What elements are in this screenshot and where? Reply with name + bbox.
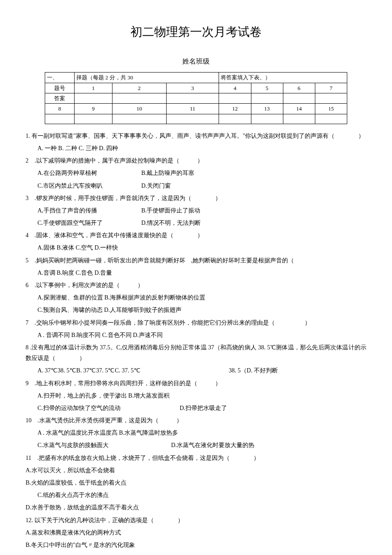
q2-c: C.市区内禁止汽车按喇叭 — [37, 180, 127, 191]
q11-d: D.水善于散热，故纸盒的温度不高于着火点 — [26, 502, 366, 513]
col-5: 5 — [251, 83, 283, 93]
q3-a: A,手挡住了声音的传播 — [37, 205, 127, 216]
col-1: 1 — [75, 83, 112, 93]
q9-d: D.扫帚把水吸走了 — [180, 405, 228, 411]
col-12: 12 — [219, 104, 251, 114]
ans-1 — [75, 93, 112, 103]
ans-4 — [219, 93, 251, 103]
col-9: 9 — [75, 104, 112, 114]
name-class-line: 姓名班级 — [26, 55, 366, 68]
ans-11 — [166, 114, 219, 124]
col-7: 7 — [315, 83, 347, 93]
q11-b: B.火焰的温度较低，低于纸盒的着火点 — [26, 477, 366, 488]
col-14: 14 — [283, 104, 315, 114]
q4-text: 4 .固体、液体和空气，声音在其中传播速度最快的是（ ） — [26, 230, 366, 241]
header-ans: 答案 — [45, 93, 75, 103]
q6-ab: A.探测潜艇、鱼群的位置 B.海豚根据声波的反射判断物体的位置 — [26, 292, 366, 303]
q10-c: C.水蒸气与皮肤的接触面大 — [37, 440, 157, 450]
q3-c: C.手使锣面跟空气隔开了 — [37, 218, 127, 228]
q1-text: 1. 有一副对联写道"家事、国事、天下事事事关心，风声、雨声、读书声声声入耳。"… — [26, 131, 366, 141]
q12-b: B.冬天口中呼出的"白气〃是水的汽化现象 — [26, 540, 366, 550]
q5-text: 5 .妈妈买碗时把两碗碰一碰，听听发出的声音就能判断好坏 ,她判断碗的好坏时主要… — [26, 255, 366, 266]
q3-b: B.手使锣面停止了振动 — [141, 207, 201, 214]
q11-a: A.水可以灭火，所以纸盒不会烧着 — [26, 465, 366, 476]
q9-ab: A.扫开时，地上的孔多，便于渗出 B.增大蒸发面积 — [26, 390, 366, 401]
q12-text: 12. 以下关于汽化的几种说法中，正确的选项是（ ） — [26, 515, 366, 526]
q3-text: 3 .锣发声的时候，用手按住锣面，声音就消失了，这是因为（ ） — [26, 193, 366, 203]
section-instruction-b: 将答案填入下表。） — [219, 73, 347, 83]
q11-text: 11 .把盛有水的纸盒放在火焰上烧，水烧开了，但纸盒不会烧着，这是因为（ ） — [26, 453, 366, 463]
section-instruction-a: 择题（每题 2 分，共 30 — [75, 73, 219, 83]
q5-opts: A.音调 B.响度 C.音色 D.音量 — [26, 267, 366, 278]
ans-13 — [251, 114, 283, 124]
ans-10 — [112, 114, 166, 124]
q1-opts: A. 一种 B. 二种 C. 三种 D. 四种 — [26, 143, 366, 154]
q9-text: 9 .地上有积水时，常用扫帚将水向四周扫开，这样做的目的是（ ） — [26, 378, 366, 389]
header-num: 题号 — [45, 83, 75, 93]
q2-d: D.关闭门窗 — [141, 183, 171, 189]
q4-opts: A.固体 B.液体 C.空气 D.一样快 — [26, 242, 366, 253]
ans-8 — [45, 114, 75, 124]
q2-a: A.在公路两旁种草植树 — [37, 168, 127, 178]
ans-2 — [112, 93, 166, 103]
col-8: 8 — [45, 104, 75, 114]
answer-table-section: 一、 择题（每题 2 分，共 30 将答案填入下表。） 题号 1 2 3 4 5… — [45, 72, 347, 124]
col-6: 6 — [283, 83, 315, 93]
q3-d: D.情况不明，无法判断 — [141, 220, 201, 226]
section-one-label: 一、 — [45, 73, 75, 83]
col-13: 13 — [251, 104, 283, 114]
ans-12 — [219, 114, 251, 124]
col-15: 15 — [315, 104, 347, 114]
q8-opts: A. 37℃38. 5℃B. 37℃37. 5℃C. 37. 5℃ — [37, 367, 141, 374]
col-10: 10 — [112, 104, 166, 114]
ans-6 — [283, 93, 315, 103]
q11-c: C.纸的着火点高于水的沸点 — [26, 490, 366, 500]
ans-14 — [283, 114, 315, 124]
col-2: 2 — [112, 83, 166, 93]
exam-title: 初二物理第一次月考试卷 — [26, 21, 366, 43]
q8-extra: 38. 5（D. 不好判断 — [229, 367, 278, 374]
q7-text: 7 .交响乐中钢琴和小提琴同奏一段乐曲，除了响度有区别外，你能把它们分辨出来的理… — [26, 317, 366, 328]
ans-5 — [251, 93, 283, 103]
q9-c: C.扫帚的运动加快了空气的流动 — [37, 403, 165, 413]
ans-9 — [75, 114, 112, 124]
col-3: 3 — [166, 83, 219, 93]
q10-ab: A . 水蒸气的温度比开水温度高 B.水蒸气降温时放热多 — [26, 427, 366, 438]
q6-cd: C.预测台风、海啸的动态 D.人耳能够听到蚊子的振翅声 — [26, 305, 366, 315]
q10-d: D.水蒸气在液化时要放大量的热 — [171, 442, 255, 448]
q2-b: B.戴上防噪声的耳塞 — [141, 170, 195, 176]
answer-table: 一、 择题（每题 2 分，共 30 将答案填入下表。） 题号 1 2 3 4 5… — [45, 72, 347, 124]
q6-text: 6 .以下事例中，利用次声波的是（ ） — [26, 280, 366, 291]
q2-text: 2 .以下减弱噪声的措施中，属于在声源处控制噪声的是（ ） — [26, 155, 366, 166]
ans-7 — [315, 93, 347, 103]
q12-a: A.蒸发和沸腾是液体汽化的两种方式 — [26, 527, 366, 538]
q8-text: 8 .没有甩过的体温计示数为 37.5。C,仅用酒精消毒后分别给正常体温 37（… — [26, 342, 366, 363]
ans-3 — [166, 93, 219, 103]
ans-15 — [315, 114, 347, 124]
col-11: 11 — [166, 104, 219, 114]
q10-text: 10 .水蒸气烫伤比开水烫伤得更严重，这是因为（ ） — [26, 415, 366, 426]
q7-opts: A . 音调不同 B.响度不同 C.音色不同 D.声速不同 — [26, 330, 366, 340]
col-4: 4 — [219, 83, 251, 93]
